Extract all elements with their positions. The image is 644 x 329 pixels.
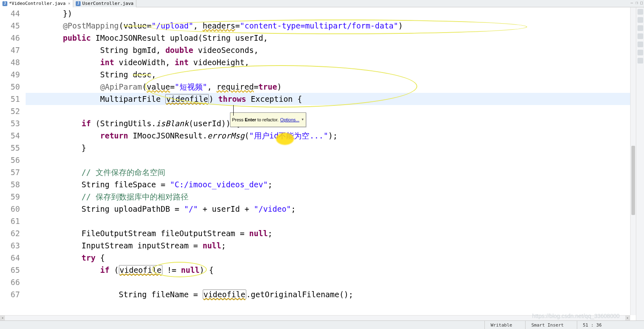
status-bar: Writable Smart Insert 51 : 36 — [0, 320, 644, 329]
java-file-icon: J — [2, 1, 7, 6]
code-line[interactable] — [26, 154, 636, 166]
code-line[interactable]: try { — [26, 252, 636, 264]
editor-tabbar: J *VideoController.java × J UserControll… — [0, 0, 644, 7]
code-editor[interactable]: }) @PostMapping(value="/upload", headers… — [26, 7, 636, 320]
watermark-text: https://blog.csdn.net/qq_33608000 — [532, 313, 620, 319]
scrollbar-thumb[interactable] — [631, 146, 635, 215]
status-insert-mode[interactable]: Smart Insert — [525, 321, 569, 329]
code-line[interactable]: }) — [26, 7, 636, 20]
code-line[interactable]: int videoWidth, int videoHeight, — [26, 56, 636, 68]
text-caret — [233, 105, 234, 116]
code-line[interactable]: String fileName = videofile.getOriginalF… — [26, 288, 636, 300]
code-line[interactable]: MultipartFile videofile) throws Exceptio… — [26, 93, 636, 105]
tooltip-text: Press Enter to refactor. — [232, 114, 278, 126]
code-line[interactable]: FileOutputStream fileOutputStream = null… — [26, 227, 636, 239]
code-line[interactable]: if (StringUtils.isBlank(userId)) { — [26, 117, 636, 129]
code-line[interactable] — [26, 105, 636, 117]
code-line[interactable]: @ApiParam(value="短视频", required=true) — [26, 81, 636, 93]
code-line[interactable]: InputStream inputStream = null; — [26, 239, 636, 252]
code-line[interactable] — [26, 215, 636, 227]
bookmark-icon[interactable] — [637, 17, 643, 23]
close-icon[interactable]: × — [68, 1, 70, 6]
code-line[interactable]: String fileSpace = "C:/imooc_videos_dev"… — [26, 178, 636, 191]
code-line[interactable]: if (videofile != null) { — [26, 264, 636, 276]
code-line[interactable]: return IMoocJSONResult.errorMsg("用户id不能为… — [26, 129, 636, 142]
tab-label: UserController.java — [82, 1, 134, 6]
code-line[interactable]: @PostMapping(value="/upload", headers="c… — [26, 20, 636, 32]
outline-icon[interactable] — [637, 9, 643, 15]
tab-label: *VideoController.java — [9, 1, 66, 6]
line-number-gutter[interactable]: 4445464748495051525354555657585960616263… — [0, 7, 26, 320]
tooltip-options-link[interactable]: Options... — [280, 114, 299, 126]
tasks-icon[interactable] — [637, 33, 643, 39]
code-line[interactable]: // 保存到数据库中的相对路径 — [26, 191, 636, 203]
search-icon[interactable] — [637, 50, 643, 55]
maximize-icon[interactable]: □ — [640, 0, 643, 5]
code-line[interactable]: // 文件保存的命名空间 — [26, 166, 636, 178]
java-file-icon: J — [76, 1, 81, 6]
code-line[interactable]: String desc, — [26, 68, 636, 81]
status-cursor-pos[interactable]: 51 : 36 — [577, 321, 607, 329]
settings-icon[interactable] — [637, 58, 643, 64]
status-writable[interactable]: Writable — [484, 321, 518, 329]
tab-videocontroller[interactable]: J *VideoController.java × — [0, 0, 73, 7]
scroll-left-button[interactable]: ◂ — [0, 316, 5, 320]
minimize-icon[interactable]: — — [631, 0, 633, 5]
tab-usercontroller[interactable]: J UserController.java — [73, 0, 136, 7]
restore-icon[interactable]: ❐ — [635, 0, 638, 5]
problems-icon[interactable] — [637, 42, 643, 47]
code-line[interactable] — [26, 276, 636, 288]
refactor-tooltip[interactable]: Press Enter to refactor. Options... ▼ — [230, 112, 306, 127]
code-line[interactable]: public IMoocJSONResult upload(String use… — [26, 32, 636, 44]
window-controls: — ❐ □ — [631, 0, 643, 5]
vertical-scrollbar[interactable] — [630, 7, 636, 315]
code-line[interactable]: String uploadPathDB = "/" + userId + "/v… — [26, 203, 636, 215]
scroll-right-button[interactable]: ▸ — [625, 316, 630, 320]
code-line[interactable]: } — [26, 142, 636, 154]
coverage-icon[interactable] — [637, 25, 643, 31]
chevron-down-icon[interactable]: ▼ — [301, 114, 304, 126]
right-toolbar — [636, 7, 644, 320]
code-line[interactable]: String bgmId, double videoSeconds, — [26, 44, 636, 56]
